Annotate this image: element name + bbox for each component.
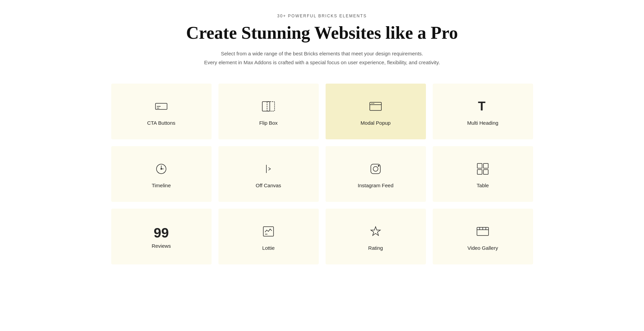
card-icon-multi-heading: T bbox=[475, 99, 490, 114]
svg-rect-19 bbox=[483, 163, 488, 168]
card-label: Instagram Feed bbox=[358, 182, 393, 188]
card-label: Timeline bbox=[152, 182, 171, 188]
card-label: Table bbox=[477, 182, 489, 188]
card-icon-instagram-feed bbox=[368, 161, 383, 176]
card-timeline[interactable]: Timeline bbox=[111, 146, 212, 202]
card-lottie[interactable]: Lottie bbox=[218, 209, 319, 264]
card-off-canvas[interactable]: Off Canvas bbox=[218, 146, 319, 202]
svg-rect-18 bbox=[477, 163, 482, 168]
svg-point-16 bbox=[373, 167, 378, 171]
card-label: Off Canvas bbox=[256, 182, 281, 188]
card-label: CTA Buttons bbox=[147, 120, 175, 126]
card-label: Reviews bbox=[152, 243, 171, 249]
card-icon-off-canvas bbox=[261, 161, 276, 176]
card-icon-timeline bbox=[154, 161, 169, 176]
svg-marker-24 bbox=[371, 227, 380, 236]
card-multi-heading[interactable]: T Multi Heading bbox=[433, 84, 533, 139]
svg-rect-3 bbox=[262, 102, 270, 111]
card-video-gallery[interactable]: Video Gallery bbox=[433, 209, 533, 264]
card-icon-modal-popup bbox=[368, 99, 383, 114]
card-icon-rating bbox=[368, 224, 383, 239]
header-section: 30+ POWERFUL BRICKS ELEMENTS Create Stun… bbox=[111, 14, 533, 67]
card-cta-buttons[interactable]: CTA Buttons bbox=[111, 84, 212, 139]
elements-grid: CTA Buttons Flip Box Modal Popup T Multi… bbox=[111, 84, 533, 264]
svg-rect-21 bbox=[483, 170, 488, 174]
card-instagram-feed[interactable]: Instagram Feed bbox=[326, 146, 426, 202]
card-icon-lottie bbox=[261, 224, 276, 239]
svg-rect-4 bbox=[267, 102, 275, 111]
svg-text:T: T bbox=[478, 99, 485, 113]
card-label: Multi Heading bbox=[467, 120, 498, 126]
header-title: Create Stunning Websites like a Pro bbox=[111, 23, 533, 42]
card-modal-popup[interactable]: Modal Popup bbox=[326, 84, 426, 139]
header-desc-line2: Every element in Max Addons is crafted w… bbox=[111, 58, 533, 67]
card-label: Video Gallery bbox=[467, 245, 498, 251]
card-icon-cta-buttons bbox=[154, 99, 169, 114]
card-label: Rating bbox=[368, 245, 383, 251]
header-eyebrow: 30+ POWERFUL BRICKS ELEMENTS bbox=[111, 14, 533, 18]
card-label: Lottie bbox=[262, 245, 275, 251]
svg-point-17 bbox=[378, 166, 379, 167]
card-icon-video-gallery bbox=[475, 224, 490, 239]
card-flip-box[interactable]: Flip Box bbox=[218, 84, 319, 139]
card-table[interactable]: Table bbox=[433, 146, 533, 202]
header-desc-line1: Select from a wide range of the best Bri… bbox=[111, 49, 533, 58]
card-number: 99 bbox=[154, 226, 169, 240]
card-icon-table bbox=[475, 161, 490, 176]
card-reviews[interactable]: 99 Reviews bbox=[111, 209, 212, 264]
card-icon-flip-box bbox=[261, 99, 276, 114]
card-label: Modal Popup bbox=[361, 120, 391, 126]
card-label: Flip Box bbox=[259, 120, 278, 126]
card-rating[interactable]: Rating bbox=[326, 209, 426, 264]
svg-point-13 bbox=[161, 169, 162, 170]
svg-rect-20 bbox=[477, 170, 482, 174]
page-wrapper: 30+ POWERFUL BRICKS ELEMENTS Create Stun… bbox=[84, 0, 560, 285]
